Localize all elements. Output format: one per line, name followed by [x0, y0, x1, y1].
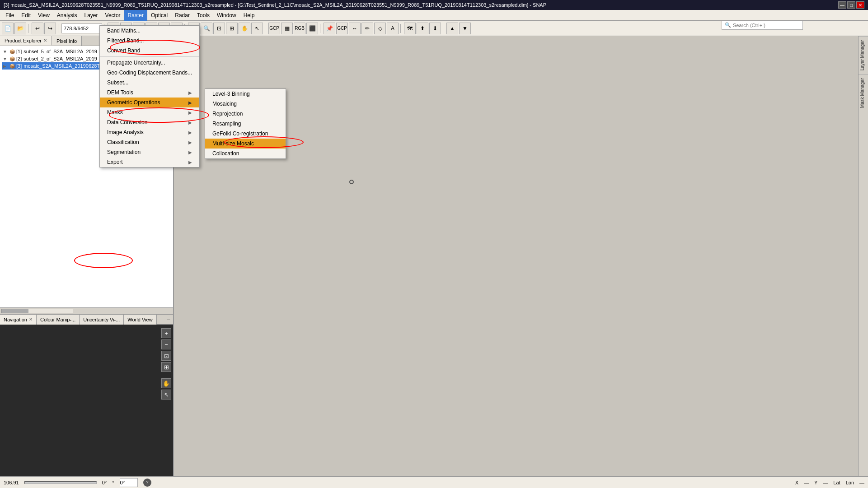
export-button[interactable]: ⬇: [429, 23, 441, 34]
pin-button[interactable]: 📌: [324, 23, 335, 34]
segmentation-label: Segmentation: [107, 149, 141, 155]
menu-export[interactable]: Export ▶: [100, 157, 199, 167]
sub-mosaicing[interactable]: Mosaicing: [205, 99, 286, 109]
tab-product-explorer[interactable]: Product Explorer ✕: [0, 36, 52, 46]
menu-classification[interactable]: Classification ▶: [100, 137, 199, 147]
menu-raster[interactable]: Raster: [124, 10, 147, 21]
undo-button[interactable]: ↩: [32, 23, 43, 34]
open-button[interactable]: 📂: [14, 23, 26, 34]
tab-pixel-info[interactable]: Pixel Info: [52, 36, 82, 46]
menu-view[interactable]: View: [34, 10, 53, 21]
menu-band-maths[interactable]: Band Maths...: [100, 26, 199, 36]
coord-value: 106.91: [4, 480, 19, 485]
map-controls: + − ⊡ ⊞ ✋ ↖: [161, 328, 171, 400]
zoom-out-button[interactable]: 🔍: [201, 23, 212, 34]
sub-multisize-mosaic[interactable]: Multi-size Mosaic: [205, 139, 286, 149]
menu-optical[interactable]: Optical: [147, 10, 171, 21]
menu-bar: File Edit View Analysis Layer Vector Ras…: [0, 10, 868, 21]
menu-file[interactable]: File: [2, 10, 18, 21]
close-button[interactable]: ✕: [856, 1, 864, 9]
masks-arrow: ▶: [188, 110, 192, 115]
map-zoom-in[interactable]: +: [161, 328, 171, 338]
scrollbar-thumb[interactable]: [1, 309, 28, 313]
label-button[interactable]: A: [387, 23, 399, 34]
menu-help[interactable]: Help: [240, 10, 258, 21]
layer-down-button[interactable]: ▼: [459, 23, 471, 34]
map-pan[interactable]: ✋: [161, 378, 171, 388]
menu-geometric-operations[interactable]: Geometric Operations ▶: [100, 98, 199, 107]
right-tab-mask-manager[interactable]: Mask Manager: [859, 74, 868, 112]
search-input[interactable]: [733, 23, 796, 28]
select-tool-button[interactable]: ↖: [251, 23, 263, 34]
menu-data-conversion[interactable]: Data Conversion ▶: [100, 117, 199, 127]
menu-masks[interactable]: Masks ▶: [100, 107, 199, 117]
tab-navigation-close[interactable]: ✕: [29, 317, 33, 322]
tree-item-label-2: [3]: [16, 63, 22, 69]
menu-image-analysis[interactable]: Image Analysis ▶: [100, 127, 199, 137]
maximize-button[interactable]: □: [847, 1, 855, 9]
menu-layer[interactable]: Layer: [81, 10, 102, 21]
minimize-button[interactable]: —: [838, 1, 846, 9]
import-button[interactable]: ⬆: [417, 23, 428, 34]
menu-tools[interactable]: Tools: [193, 10, 213, 21]
tab-navigation[interactable]: Navigation ✕: [0, 315, 37, 325]
rotation-input[interactable]: [120, 478, 138, 487]
new-button[interactable]: 📄: [2, 23, 14, 34]
menu-dem-tools[interactable]: DEM Tools ▶: [100, 88, 199, 98]
bottom-panel-close[interactable]: −: [164, 316, 173, 323]
menu-edit[interactable]: Edit: [18, 10, 34, 21]
x-label: X: [795, 480, 798, 485]
right-tab-layer-manager[interactable]: Layer Manager: [859, 36, 868, 74]
tree-scrollbar[interactable]: [0, 307, 173, 314]
sub-resampling[interactable]: Resampling: [205, 119, 286, 129]
map-select[interactable]: ↖: [161, 390, 171, 400]
band-matrix-button[interactable]: ▦: [281, 23, 293, 34]
tab-world-view[interactable]: World View: [124, 315, 156, 325]
zoom-fit-button[interactable]: ⊡: [213, 23, 225, 34]
scrollbar-track[interactable]: [1, 309, 73, 313]
shape-button[interactable]: ◇: [374, 23, 386, 34]
sub-reprojection[interactable]: Reprojection: [205, 109, 286, 119]
map-zoom-fit[interactable]: ⊡: [161, 351, 171, 361]
map-zoom-out[interactable]: −: [161, 339, 171, 349]
layer-up-button[interactable]: ▲: [446, 23, 458, 34]
tab-navigation-label: Navigation: [4, 317, 27, 322]
menu-radar[interactable]: Radar: [171, 10, 193, 21]
zoom-slider[interactable]: [24, 481, 97, 484]
tab-colour-manip[interactable]: Colour Manip-...: [37, 315, 80, 325]
menu-subset[interactable]: Subset...: [100, 78, 199, 88]
menu-geo-coding[interactable]: Geo-Coding Displacement Bands...: [100, 68, 199, 78]
menu-vector[interactable]: Vector: [102, 10, 124, 21]
pan-button[interactable]: ✋: [239, 23, 250, 34]
tree-item-text-2: mosaic_S2A_MSIL2A_20190628T: [23, 63, 100, 69]
view3d-button[interactable]: 🗺: [404, 23, 416, 34]
redo-button[interactable]: ↪: [44, 23, 56, 34]
rgb-button[interactable]: RGB: [294, 23, 305, 34]
toolbar-sep2: [58, 24, 60, 33]
menu-propagate-uncertainty[interactable]: Propagate Uncertainty...: [100, 58, 199, 68]
menu-filtered-band[interactable]: Filtered Band...: [100, 36, 199, 46]
tab-uncertainty[interactable]: Uncertainty Vi-...: [80, 315, 124, 325]
menu-segmentation[interactable]: Segmentation ▶: [100, 147, 199, 157]
gcp-button[interactable]: GCP: [268, 23, 280, 34]
rotation-sep: °: [112, 480, 114, 485]
mask-button[interactable]: ⬛: [306, 23, 318, 34]
coord-input[interactable]: [61, 23, 102, 33]
tab-product-explorer-close[interactable]: ✕: [43, 38, 47, 43]
sub-gefolki[interactable]: GeFolki Co-registration: [205, 129, 286, 139]
menu-convert-band[interactable]: Convert Band: [100, 46, 199, 56]
zoom-actual-button[interactable]: ⊞: [226, 23, 238, 34]
gcp2-button[interactable]: GCP: [336, 23, 348, 34]
draw-button[interactable]: ✏: [361, 23, 373, 34]
sub-level3-binning[interactable]: Level-3 Binning: [205, 89, 286, 99]
dem-tools-arrow: ▶: [188, 90, 192, 95]
map-zoom-actual[interactable]: ⊞: [161, 362, 171, 372]
help-button[interactable]: ?: [143, 479, 151, 487]
map-area: + − ⊡ ⊞ ✋ ↖: [0, 325, 173, 476]
y-sep: —: [823, 480, 828, 485]
move-button[interactable]: ↔: [349, 23, 361, 34]
tree-item-text-0: subset_5_of_S2A_MSIL2A_2019: [23, 49, 97, 54]
menu-window[interactable]: Window: [213, 10, 240, 21]
menu-analysis[interactable]: Analysis: [53, 10, 81, 21]
sub-collocation[interactable]: Collocation: [205, 149, 286, 158]
